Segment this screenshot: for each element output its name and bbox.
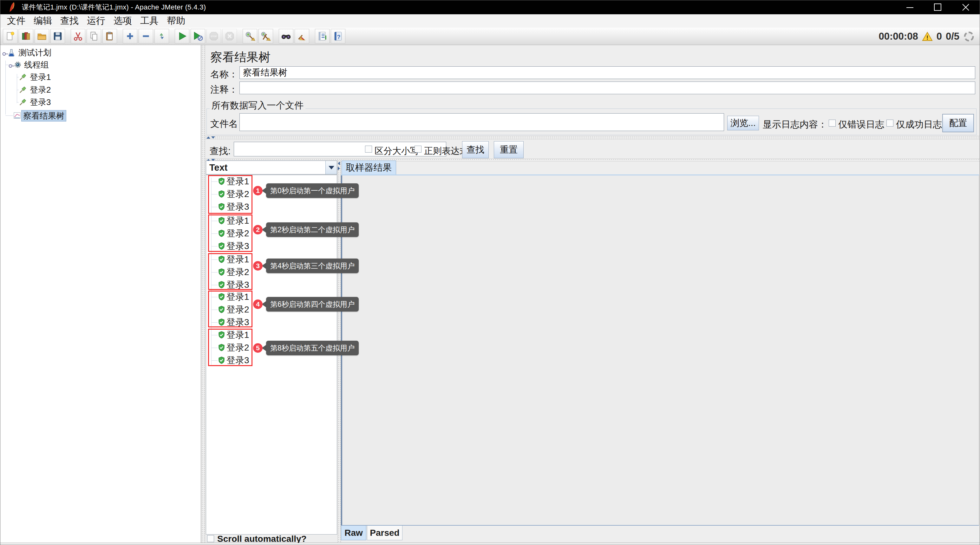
case-sensitive-label[interactable]: 区分大小写	[375, 145, 419, 157]
toolbar-paste-button[interactable]	[102, 29, 117, 43]
page-title: 察看结果树	[210, 49, 270, 65]
toolbar-start-no-timers-button[interactable]	[191, 29, 205, 43]
tree-node-察看结果树[interactable]: 察看结果树	[0, 109, 201, 122]
tree-node-label[interactable]: 测试计划	[17, 47, 53, 58]
regex-checkbox[interactable]	[415, 146, 422, 153]
view-mode-dropdown-button[interactable]	[325, 161, 337, 174]
splitter-up-arrow[interactable]	[207, 136, 210, 139]
comment-input[interactable]	[239, 81, 975, 94]
menu-item-5[interactable]: 工具	[136, 14, 163, 27]
regex-label[interactable]: 正则表达式	[424, 145, 468, 157]
annotation-red-box-4	[208, 291, 253, 327]
tree-node-测试计划[interactable]: 测试计划	[0, 46, 201, 59]
toolbar-stop-button: STOP	[207, 29, 221, 43]
toolbar-expand-all-button[interactable]	[123, 29, 137, 43]
minimize-button[interactable]	[896, 0, 924, 14]
svg-text:!: !	[926, 34, 928, 41]
test-status-icon	[963, 31, 975, 42]
toolbar-open-file-button[interactable]	[35, 29, 49, 43]
upper-splitter[interactable]	[205, 136, 980, 139]
vsplitter-right-arrow[interactable]	[338, 167, 340, 171]
toolbar-collapse-all-button[interactable]	[138, 29, 153, 43]
sampler-result-content	[341, 175, 979, 526]
window-controls	[896, 0, 980, 14]
menu-item-6[interactable]: 帮助	[163, 14, 189, 27]
jmeter-window: 课件笔记1.jmx (D:\课件笔记1.jmx) - Apache JMeter…	[0, 0, 980, 545]
toolbar-cut-button[interactable]	[71, 29, 85, 43]
view-mode-select[interactable]: Text	[206, 161, 337, 174]
sampler-icon	[19, 85, 27, 94]
warning-count: 0	[937, 31, 942, 42]
elapsed-time: 00:00:08	[879, 31, 918, 42]
splitter-down-arrow[interactable]	[211, 136, 215, 139]
tab-sampler-result[interactable]: 取样器结果	[342, 161, 396, 175]
scroll-automatically-checkbox[interactable]	[207, 535, 214, 542]
menu-item-3[interactable]: 运行	[83, 14, 110, 27]
filename-input[interactable]	[239, 113, 724, 131]
configure-button[interactable]: 配置	[942, 114, 974, 132]
errors-only-label[interactable]: 仅错误日志	[838, 118, 884, 131]
thread-group-icon	[14, 60, 22, 69]
success-only-checkbox[interactable]	[886, 120, 893, 127]
test-plan-icon	[7, 48, 16, 57]
log-warning-icon[interactable]: !	[922, 32, 933, 41]
toolbar-open-templates-button[interactable]	[19, 29, 33, 43]
search-label: 查找:	[210, 145, 231, 158]
annotation-red-box-2	[208, 214, 253, 252]
name-input[interactable]	[239, 66, 975, 79]
close-button[interactable]	[952, 0, 980, 14]
toolbar-toggle-button[interactable]	[154, 29, 169, 43]
view-mode-value: Text	[206, 163, 325, 173]
tree-node-label[interactable]: 登录3	[28, 97, 52, 108]
browse-button[interactable]: 浏览...	[727, 116, 759, 131]
results-tree-icon	[13, 111, 21, 120]
annotation-tooltip-5: 第8秒启动第五个虚拟用户	[266, 341, 359, 355]
toolbar-clear-button[interactable]	[243, 29, 257, 43]
toolbar-new-file-button[interactable]	[3, 29, 18, 43]
tree-node-label[interactable]: 线程组	[22, 59, 51, 70]
annotation-number-4: 4	[253, 300, 262, 309]
tree-node-登录3[interactable]: 登录3	[0, 96, 201, 108]
menu-item-2[interactable]: 查找	[56, 14, 83, 27]
toolbar-function-helper-button[interactable]	[315, 29, 329, 43]
tree-node-label[interactable]: 登录2	[28, 84, 52, 95]
log-display-label: 显示日志内容：	[763, 118, 827, 131]
tab-parsed[interactable]: Parsed	[367, 526, 402, 540]
toolbar-buttons: STOP?	[0, 29, 347, 43]
maximize-button[interactable]	[924, 0, 952, 14]
toolbar-search-reset-button[interactable]	[294, 29, 309, 43]
toolbar-help-button[interactable]: ?	[331, 29, 345, 43]
annotation-number-3: 3	[253, 261, 262, 271]
toolbar-start-button[interactable]	[175, 29, 189, 43]
success-only-label[interactable]: 仅成功日志	[896, 118, 942, 131]
tree-node-线程组[interactable]: 线程组	[0, 58, 201, 71]
toolbar: STOP? 00:00:08 ! 0 0/5	[0, 28, 980, 45]
annotation-red-box-1	[208, 175, 253, 214]
toolbar-status: 00:00:08 ! 0 0/5	[879, 28, 975, 45]
tree-node-label[interactable]: 察看结果树	[21, 110, 66, 121]
jmeter-feather-icon	[9, 2, 17, 13]
menu-item-1[interactable]: 编辑	[30, 14, 56, 27]
window-bottom-edge	[0, 543, 980, 545]
name-label: 名称：	[210, 68, 238, 81]
tree-node-登录1[interactable]: 登录1	[0, 71, 201, 83]
errors-only-checkbox[interactable]	[829, 120, 836, 127]
main-splitter[interactable]	[201, 45, 205, 543]
toolbar-shutdown-button	[222, 29, 237, 43]
menu-item-0[interactable]: 文件	[3, 14, 30, 27]
tree-node-label[interactable]: 登录1	[28, 72, 52, 83]
annotation-red-box-3	[208, 253, 253, 290]
tab-raw[interactable]: Raw	[341, 526, 366, 540]
toolbar-save-button[interactable]	[51, 29, 65, 43]
chevron-down-icon	[329, 166, 334, 169]
toolbar-copy-button[interactable]	[87, 29, 101, 43]
annotation-tooltip-4: 第6秒启动第四个虚拟用户	[266, 297, 359, 312]
case-sensitive-checkbox[interactable]	[365, 146, 372, 153]
vsplitter-left-arrow[interactable]	[338, 161, 340, 165]
toolbar-search-button[interactable]	[279, 29, 293, 43]
toolbar-clear-all-button[interactable]	[258, 29, 273, 43]
find-button[interactable]: 查找	[462, 141, 489, 158]
tree-node-登录2[interactable]: 登录2	[0, 83, 201, 96]
menu-item-4[interactable]: 选项	[110, 14, 136, 27]
reset-button[interactable]: 重置	[494, 141, 523, 158]
